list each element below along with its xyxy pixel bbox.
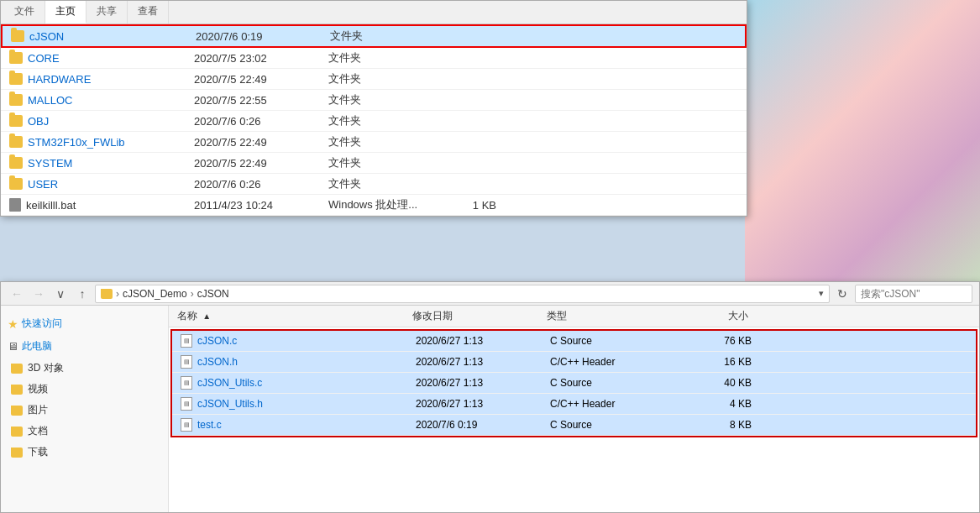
sidebar-folder-icon	[11, 448, 23, 458]
sidebar-folder-icon	[11, 427, 23, 437]
file-type: 文件夹	[328, 113, 429, 128]
bottom-file-name-cell: ▤cJSON.h	[181, 355, 416, 369]
file-name-text: HARDWARE	[28, 73, 91, 86]
file-date: 2020/6/27 1:13	[416, 335, 550, 347]
refresh-button[interactable]: ↻	[833, 285, 852, 303]
file-name-text: keilkilll.bat	[26, 199, 76, 212]
sidebar-item-文档[interactable]: 文档	[1, 421, 168, 442]
c-file-icon: ▤	[181, 376, 192, 390]
sidebar-quick-access[interactable]: ★ 快速访问	[1, 312, 168, 335]
top-explorer-tabs: 文件 主页 共享 查看	[1, 1, 747, 24]
file-date: 2020/7/5 22:55	[194, 94, 328, 107]
sidebar-folder-icon	[11, 385, 23, 395]
file-type: C Source	[550, 419, 684, 431]
file-name-text: USER	[28, 178, 58, 191]
tab-file[interactable]: 文件	[4, 1, 45, 24]
top-file-row[interactable]: SYSTEM2020/7/5 22:49文件夹	[1, 153, 747, 174]
top-file-name: cJSON	[11, 30, 196, 43]
file-name-text: OBJ	[28, 115, 49, 128]
star-icon: ★	[8, 317, 18, 331]
back-button[interactable]: ←	[8, 285, 26, 303]
pc-icon: 🖥	[8, 340, 18, 353]
col-header-date[interactable]: 修改日期	[412, 309, 547, 323]
folder-icon	[9, 73, 23, 85]
sidebar-item-视频[interactable]: 视频	[1, 379, 168, 400]
address-folder-icon	[101, 289, 113, 299]
top-file-row[interactable]: CORE2020/7/5 23:02文件夹	[1, 48, 747, 69]
col-header-size[interactable]: 大小	[681, 309, 748, 323]
address-bar[interactable]: › cJSON_Demo › cJSON ▾	[95, 285, 830, 303]
col-header-type[interactable]: 类型	[547, 309, 681, 323]
sidebar-item-label: 图片	[28, 403, 48, 417]
address-part-2: cJSON	[197, 288, 229, 300]
file-name-text: SYSTEM	[28, 157, 72, 170]
address-part-1: cJSON_Demo	[123, 288, 187, 300]
sidebar-item-label: 文档	[28, 424, 48, 438]
file-date: 2020/7/6 0:19	[196, 30, 330, 43]
folder-icon	[9, 178, 23, 190]
sidebar-this-pc-label: 此电脑	[22, 339, 52, 353]
top-file-name: MALLOC	[9, 94, 194, 107]
file-name-text: cJSON.c	[197, 335, 237, 347]
bottom-explorer-window: ← → ∨ ↑ › cJSON_Demo › cJSON ▾ ↻ ★ 快速访问 …	[0, 281, 980, 513]
file-type: C/C++ Header	[550, 356, 684, 368]
sidebar-this-pc[interactable]: 🖥 此电脑	[1, 335, 168, 358]
c-file-icon: ▤	[181, 397, 192, 411]
sidebar-item-3D 对象[interactable]: 3D 对象	[1, 358, 168, 379]
top-file-row[interactable]: OBJ2020/7/6 0:26文件夹	[1, 111, 747, 132]
bottom-file-row[interactable]: ▤test.c2020/7/6 0:19C Source8 KB	[172, 415, 976, 436]
forward-button[interactable]: →	[29, 285, 48, 303]
bottom-file-row[interactable]: ▤cJSON_Utils.h2020/6/27 1:13C/C++ Header…	[172, 394, 976, 415]
top-file-row[interactable]: HARDWARE2020/7/5 22:49文件夹	[1, 69, 747, 90]
top-file-row[interactable]: MALLOC2020/7/5 22:55文件夹	[1, 90, 747, 111]
folder-icon	[9, 136, 23, 148]
top-file-name: USER	[9, 178, 194, 191]
sort-arrow-name: ▲	[202, 311, 211, 321]
file-name-text: MALLOC	[28, 94, 72, 107]
file-size: 4 KB	[684, 398, 752, 410]
file-size: 16 KB	[684, 356, 752, 368]
recent-button[interactable]: ∨	[51, 285, 70, 303]
tab-home[interactable]: 主页	[45, 1, 86, 24]
top-file-name: keilkilll.bat	[9, 198, 194, 212]
top-file-row[interactable]: keilkilll.bat2011/4/23 10:24Windows 批处理.…	[1, 195, 747, 216]
file-name-text: cJSON	[29, 30, 64, 43]
top-file-name: STM32F10x_FWLib	[9, 136, 194, 149]
file-size: 8 KB	[684, 419, 752, 431]
background-gradient	[745, 0, 980, 294]
up-button[interactable]: ↑	[73, 285, 92, 303]
tab-share[interactable]: 共享	[86, 1, 128, 24]
search-input[interactable]	[855, 285, 972, 303]
file-type: 文件夹	[330, 29, 431, 44]
file-date: 2020/6/27 1:13	[416, 377, 550, 389]
bottom-file-row[interactable]: ▤cJSON_Utils.c2020/6/27 1:13C Source40 K…	[172, 373, 976, 394]
sidebar-items-container: 3D 对象视频图片文档下载	[1, 358, 168, 463]
file-type: 文件夹	[328, 92, 429, 107]
main-content: 名称 ▲ 修改日期 类型 大小 ▤cJSON.c2020/6/27 1:13C …	[169, 306, 979, 512]
bottom-file-row[interactable]: ▤cJSON.c2020/6/27 1:13C Source76 KB	[172, 331, 976, 352]
sidebar: ★ 快速访问 🖥 此电脑 3D 对象视频图片文档下载	[1, 306, 169, 512]
sidebar-item-图片[interactable]: 图片	[1, 400, 168, 421]
c-file-icon: ▤	[181, 355, 192, 369]
file-size: 76 KB	[684, 335, 752, 347]
sidebar-item-label: 视频	[28, 382, 48, 396]
sidebar-item-下载[interactable]: 下载	[1, 442, 168, 463]
file-type: C Source	[550, 377, 684, 389]
bottom-file-name-cell: ▤cJSON_Utils.c	[181, 376, 416, 390]
sidebar-folder-icon	[11, 406, 23, 416]
folder-icon	[9, 52, 23, 64]
top-file-row[interactable]: cJSON2020/7/6 0:19文件夹	[1, 24, 747, 48]
top-file-row[interactable]: USER2020/7/6 0:26文件夹	[1, 174, 747, 195]
sidebar-item-label: 3D 对象	[28, 361, 64, 375]
file-size: 40 KB	[684, 377, 752, 389]
sidebar-folder-icon	[11, 364, 23, 374]
file-type: Windows 批处理...	[328, 197, 429, 212]
col-header-name[interactable]: 名称 ▲	[177, 309, 412, 323]
top-explorer-window: 文件 主页 共享 查看 cJSON2020/7/6 0:19文件夹CORE202…	[0, 0, 747, 217]
top-file-row[interactable]: STM32F10x_FWLib2020/7/5 22:49文件夹	[1, 132, 747, 153]
bottom-file-name-cell: ▤test.c	[181, 418, 416, 432]
top-explorer-content: cJSON2020/7/6 0:19文件夹CORE2020/7/5 23:02文…	[1, 24, 747, 216]
tab-view[interactable]: 查看	[128, 1, 169, 24]
folder-icon	[11, 30, 24, 42]
bottom-file-row[interactable]: ▤cJSON.h2020/6/27 1:13C/C++ Header16 KB	[172, 352, 976, 373]
